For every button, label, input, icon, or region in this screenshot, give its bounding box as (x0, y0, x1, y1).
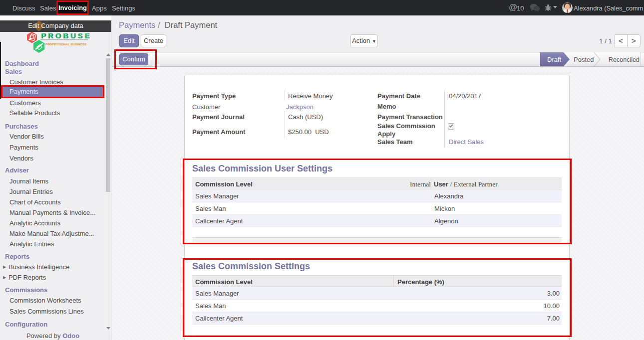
svg-text:Reconciled: Reconciled (609, 56, 640, 63)
svg-text:Draft: Draft (547, 56, 562, 63)
svg-text:Posted: Posted (574, 56, 594, 63)
svg-text:PROBUSE: PROBUSE (41, 32, 91, 40)
svg-text:PROFESSIONAL BUSINESS: PROFESSIONAL BUSINESS (45, 42, 86, 46)
